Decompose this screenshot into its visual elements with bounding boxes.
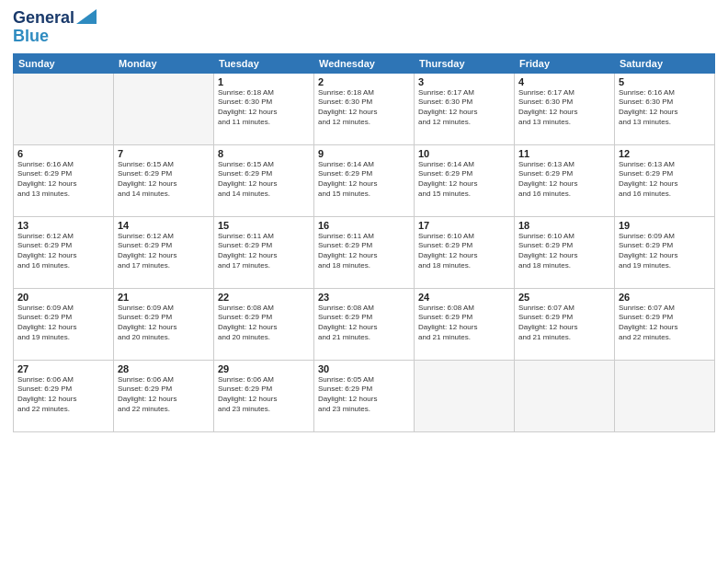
day-number: 24	[418, 292, 510, 303]
calendar-cell	[415, 360, 515, 431]
calendar-week-row: 1Sunrise: 6:18 AM Sunset: 6:30 PM Daylig…	[14, 73, 715, 144]
calendar-cell: 29Sunrise: 6:06 AM Sunset: 6:29 PM Dayli…	[214, 360, 314, 431]
weekday-header: Saturday	[615, 53, 715, 73]
day-number: 16	[318, 220, 410, 231]
day-number: 19	[619, 220, 711, 231]
day-number: 30	[318, 363, 410, 374]
day-detail: Sunrise: 6:15 AM Sunset: 6:29 PM Dayligh…	[118, 160, 210, 200]
calendar-cell: 5Sunrise: 6:16 AM Sunset: 6:30 PM Daylig…	[615, 73, 715, 144]
day-detail: Sunrise: 6:08 AM Sunset: 6:29 PM Dayligh…	[418, 304, 510, 343]
calendar-cell: 16Sunrise: 6:11 AM Sunset: 6:29 PM Dayli…	[314, 216, 415, 288]
calendar-cell: 26Sunrise: 6:07 AM Sunset: 6:29 PM Dayli…	[615, 288, 715, 360]
day-detail: Sunrise: 6:18 AM Sunset: 6:30 PM Dayligh…	[318, 88, 410, 128]
day-detail: Sunrise: 6:06 AM Sunset: 6:29 PM Dayligh…	[118, 375, 210, 415]
day-detail: Sunrise: 6:17 AM Sunset: 6:30 PM Dayligh…	[518, 88, 610, 128]
day-number: 8	[218, 148, 310, 159]
calendar-cell: 15Sunrise: 6:11 AM Sunset: 6:29 PM Dayli…	[214, 216, 314, 288]
calendar-cell: 4Sunrise: 6:17 AM Sunset: 6:30 PM Daylig…	[515, 73, 615, 144]
day-detail: Sunrise: 6:11 AM Sunset: 6:29 PM Dayligh…	[318, 232, 410, 271]
day-detail: Sunrise: 6:12 AM Sunset: 6:29 PM Dayligh…	[118, 232, 210, 271]
day-number: 14	[118, 220, 210, 231]
day-detail: Sunrise: 6:09 AM Sunset: 6:29 PM Dayligh…	[118, 304, 210, 343]
day-detail: Sunrise: 6:17 AM Sunset: 6:30 PM Dayligh…	[418, 88, 510, 128]
calendar-cell: 18Sunrise: 6:10 AM Sunset: 6:29 PM Dayli…	[515, 216, 615, 288]
calendar-cell: 11Sunrise: 6:13 AM Sunset: 6:29 PM Dayli…	[515, 144, 615, 216]
day-number: 4	[518, 76, 610, 87]
calendar-cell: 23Sunrise: 6:08 AM Sunset: 6:29 PM Dayli…	[314, 288, 415, 360]
logo: General Blue	[13, 9, 97, 46]
day-number: 13	[17, 220, 109, 231]
calendar-week-row: 27Sunrise: 6:06 AM Sunset: 6:29 PM Dayli…	[14, 360, 715, 431]
day-number: 12	[619, 148, 711, 159]
calendar-cell: 6Sunrise: 6:16 AM Sunset: 6:29 PM Daylig…	[14, 144, 114, 216]
calendar-cell: 10Sunrise: 6:14 AM Sunset: 6:29 PM Dayli…	[415, 144, 515, 216]
day-number: 17	[418, 220, 510, 231]
calendar-cell: 22Sunrise: 6:08 AM Sunset: 6:29 PM Dayli…	[214, 288, 314, 360]
day-detail: Sunrise: 6:10 AM Sunset: 6:29 PM Dayligh…	[418, 232, 510, 271]
day-detail: Sunrise: 6:06 AM Sunset: 6:29 PM Dayligh…	[17, 375, 109, 415]
calendar-header-row: SundayMondayTuesdayWednesdayThursdayFrid…	[14, 53, 715, 73]
calendar-week-row: 13Sunrise: 6:12 AM Sunset: 6:29 PM Dayli…	[14, 216, 715, 288]
header: General Blue	[13, 9, 715, 46]
day-detail: Sunrise: 6:05 AM Sunset: 6:29 PM Dayligh…	[318, 375, 410, 415]
weekday-header: Monday	[114, 53, 214, 73]
calendar-cell: 2Sunrise: 6:18 AM Sunset: 6:30 PM Daylig…	[314, 73, 415, 144]
day-number: 29	[218, 363, 310, 374]
day-number: 21	[118, 292, 210, 303]
day-number: 1	[218, 76, 310, 87]
day-number: 7	[118, 148, 210, 159]
calendar-week-row: 6Sunrise: 6:16 AM Sunset: 6:29 PM Daylig…	[14, 144, 715, 216]
calendar-cell: 25Sunrise: 6:07 AM Sunset: 6:29 PM Dayli…	[515, 288, 615, 360]
calendar-cell: 3Sunrise: 6:17 AM Sunset: 6:30 PM Daylig…	[415, 73, 515, 144]
day-detail: Sunrise: 6:07 AM Sunset: 6:29 PM Dayligh…	[619, 304, 711, 343]
calendar-cell	[515, 360, 615, 431]
calendar-cell	[615, 360, 715, 431]
calendar-cell: 7Sunrise: 6:15 AM Sunset: 6:29 PM Daylig…	[114, 144, 214, 216]
weekday-header: Wednesday	[314, 53, 415, 73]
day-detail: Sunrise: 6:16 AM Sunset: 6:30 PM Dayligh…	[619, 88, 711, 128]
day-detail: Sunrise: 6:14 AM Sunset: 6:29 PM Dayligh…	[318, 160, 410, 200]
calendar: SundayMondayTuesdayWednesdayThursdayFrid…	[13, 53, 715, 432]
day-number: 20	[17, 292, 109, 303]
day-detail: Sunrise: 6:07 AM Sunset: 6:29 PM Dayligh…	[518, 304, 610, 343]
day-detail: Sunrise: 6:09 AM Sunset: 6:29 PM Dayligh…	[619, 232, 711, 271]
weekday-header: Thursday	[415, 53, 515, 73]
calendar-cell	[114, 73, 214, 144]
day-detail: Sunrise: 6:13 AM Sunset: 6:29 PM Dayligh…	[518, 160, 610, 200]
day-detail: Sunrise: 6:10 AM Sunset: 6:29 PM Dayligh…	[518, 232, 610, 271]
day-number: 25	[518, 292, 610, 303]
day-number: 10	[418, 148, 510, 159]
calendar-cell: 1Sunrise: 6:18 AM Sunset: 6:30 PM Daylig…	[214, 73, 314, 144]
calendar-cell: 24Sunrise: 6:08 AM Sunset: 6:29 PM Dayli…	[415, 288, 515, 360]
calendar-cell: 27Sunrise: 6:06 AM Sunset: 6:29 PM Dayli…	[14, 360, 114, 431]
weekday-header: Tuesday	[214, 53, 314, 73]
day-detail: Sunrise: 6:06 AM Sunset: 6:29 PM Dayligh…	[218, 375, 310, 415]
day-detail: Sunrise: 6:13 AM Sunset: 6:29 PM Dayligh…	[619, 160, 711, 200]
day-number: 3	[418, 76, 510, 87]
day-number: 2	[318, 76, 410, 87]
day-number: 15	[218, 220, 310, 231]
calendar-cell	[14, 73, 114, 144]
logo-blue: Blue	[13, 28, 49, 46]
calendar-cell: 21Sunrise: 6:09 AM Sunset: 6:29 PM Dayli…	[114, 288, 214, 360]
calendar-cell: 8Sunrise: 6:15 AM Sunset: 6:29 PM Daylig…	[214, 144, 314, 216]
day-number: 23	[318, 292, 410, 303]
day-detail: Sunrise: 6:09 AM Sunset: 6:29 PM Dayligh…	[17, 304, 109, 343]
calendar-cell: 19Sunrise: 6:09 AM Sunset: 6:29 PM Dayli…	[615, 216, 715, 288]
calendar-cell: 28Sunrise: 6:06 AM Sunset: 6:29 PM Dayli…	[114, 360, 214, 431]
day-detail: Sunrise: 6:08 AM Sunset: 6:29 PM Dayligh…	[318, 304, 410, 343]
day-number: 11	[518, 148, 610, 159]
calendar-cell: 14Sunrise: 6:12 AM Sunset: 6:29 PM Dayli…	[114, 216, 214, 288]
day-number: 26	[619, 292, 711, 303]
page: General Blue SundayMondayTuesdayWednesda…	[0, 0, 728, 563]
day-number: 22	[218, 292, 310, 303]
day-detail: Sunrise: 6:11 AM Sunset: 6:29 PM Dayligh…	[218, 232, 310, 271]
calendar-cell: 30Sunrise: 6:05 AM Sunset: 6:29 PM Dayli…	[314, 360, 415, 431]
calendar-cell: 13Sunrise: 6:12 AM Sunset: 6:29 PM Dayli…	[14, 216, 114, 288]
day-number: 9	[318, 148, 410, 159]
day-detail: Sunrise: 6:15 AM Sunset: 6:29 PM Dayligh…	[218, 160, 310, 200]
day-number: 27	[17, 363, 109, 374]
calendar-week-row: 20Sunrise: 6:09 AM Sunset: 6:29 PM Dayli…	[14, 288, 715, 360]
day-number: 28	[118, 363, 210, 374]
day-detail: Sunrise: 6:12 AM Sunset: 6:29 PM Dayligh…	[17, 232, 109, 271]
